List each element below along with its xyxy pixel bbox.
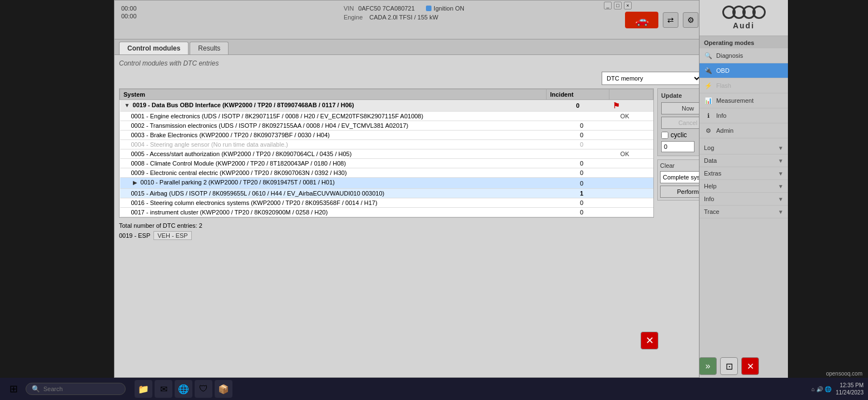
- row-incident-cell: 0: [547, 178, 609, 189]
- skip-button[interactable]: »: [699, 357, 717, 375]
- section-title: Control modules with DTC entries: [119, 59, 721, 67]
- cyclic-label: cyclic: [671, 131, 687, 139]
- transfer-icon[interactable]: ⇄: [663, 12, 678, 28]
- cyclic-checkbox[interactable]: [661, 132, 668, 139]
- table-row[interactable]: ▶ 0010 - Parallel parking 2 (KWP2000 / T…: [120, 178, 653, 189]
- screenshot-button[interactable]: ⊡: [720, 357, 738, 375]
- mode-info-label: Info: [716, 112, 726, 119]
- close-red-button[interactable]: ✕: [741, 357, 759, 375]
- search-bar[interactable]: 🔍: [26, 383, 126, 395]
- collapse-icon[interactable]: ▼: [123, 102, 131, 110]
- table-row[interactable]: 0009 - Electronic central electric (KWP2…: [120, 168, 653, 178]
- extras-dropdown[interactable]: Extras ▼: [700, 167, 788, 180]
- header-left: 00:00 00:00: [117, 3, 339, 37]
- admin-icon: ⚙: [704, 126, 713, 135]
- cyclic-input[interactable]: [661, 141, 695, 152]
- operating-modes-title: Operating modes: [700, 36, 788, 48]
- red-x-area: ✕: [641, 332, 658, 349]
- mode-flash-label: Flash: [716, 82, 731, 89]
- table-row[interactable]: 0016 - Steering column electronics syste…: [120, 198, 653, 208]
- mode-flash[interactable]: ⚡ Flash: [700, 78, 788, 93]
- dtc-table-container[interactable]: System Incident ▼ 0019 - Data Bus OBD In…: [119, 88, 654, 218]
- table-row[interactable]: 0003 - Brake Electronics (KWP2000 / TP20…: [120, 131, 653, 140]
- time-row-1: 00:00: [121, 5, 335, 12]
- help-dropdown[interactable]: Help ▼: [700, 180, 788, 193]
- right-panel: Audi Operating modes 🔍 Diagnosis 🔌 OBD ⚡…: [699, 0, 788, 378]
- car-icon: [625, 12, 658, 28]
- status-row: 0019 - ESP VEH - ESP: [119, 231, 721, 240]
- data-dropdown[interactable]: Data ▼: [700, 154, 788, 167]
- mode-obd-label: OBD: [716, 67, 730, 74]
- row-status-cell: [609, 168, 653, 178]
- table-row[interactable]: 0005 - Access/start authorization (KWP20…: [120, 149, 653, 159]
- audi-logo-area: Audi: [700, 0, 788, 36]
- row-incident-cell: 0: [547, 159, 609, 168]
- windows-start-button[interactable]: ⊞: [4, 380, 22, 398]
- measurement-icon: 📊: [704, 96, 713, 105]
- row-incident-cell: 0: [547, 121, 609, 131]
- row-system-cell: 0008 - Climate Control Module (KWP2000 /…: [120, 159, 547, 168]
- maximize-button[interactable]: □: [614, 2, 622, 9]
- taskbar-mail-icon[interactable]: ✉: [155, 380, 172, 398]
- table-row[interactable]: 0015 - Airbag (UDS / ISOTP / 8K0959655L …: [120, 189, 653, 198]
- help-arrow-icon: ▼: [778, 183, 783, 189]
- taskbar-package-icon[interactable]: 📦: [215, 380, 232, 398]
- expand-icon[interactable]: ▶: [131, 179, 139, 187]
- mode-measurement[interactable]: 📊 Measurement: [700, 93, 788, 108]
- row-status-cell: [609, 131, 653, 140]
- info-mode-icon: ℹ: [704, 111, 713, 120]
- mode-diagnosis[interactable]: 🔍 Diagnosis: [700, 48, 788, 63]
- main-table-area: System Incident ▼ 0019 - Data Bus OBD In…: [119, 88, 721, 218]
- tab-control-modules[interactable]: Control modules: [119, 42, 189, 54]
- table-header: System Incident: [120, 89, 653, 100]
- mode-measurement-label: Measurement: [716, 97, 753, 104]
- info2-dropdown[interactable]: Info ▼: [700, 193, 788, 206]
- close-window-button[interactable]: ×: [624, 2, 632, 9]
- side-panel-content: Operating modes 🔍 Diagnosis 🔌 OBD ⚡ Flas…: [700, 36, 788, 378]
- tab-results[interactable]: Results: [190, 42, 229, 54]
- row-incident-cell: [547, 112, 609, 121]
- taskbar-shield-icon[interactable]: 🛡: [195, 380, 212, 398]
- row-status-cell: [609, 159, 653, 168]
- red-x-button[interactable]: ✕: [641, 332, 658, 349]
- row-status-cell: OK: [609, 149, 653, 159]
- row-incident-cell: 1: [547, 189, 609, 198]
- mode-admin[interactable]: ⚙ Admin: [700, 123, 788, 138]
- audi-logo-text: Audi: [733, 21, 755, 30]
- row-incident-cell: 0: [547, 100, 609, 112]
- log-arrow-icon: ▼: [778, 145, 783, 151]
- ignition-dot: [426, 6, 431, 11]
- table-row[interactable]: 0004 - Steering angle sensor (No run tim…: [120, 140, 653, 149]
- minimize-button[interactable]: _: [604, 2, 612, 9]
- table-row[interactable]: 0017 - instrument cluster (KWP2000 / TP2…: [120, 208, 653, 217]
- trace-label: Trace: [704, 208, 720, 215]
- data-arrow-icon: ▼: [778, 158, 783, 164]
- time-value-2: 00:00: [121, 13, 137, 19]
- table-row[interactable]: 0008 - Climate Control Module (KWP2000 /…: [120, 159, 653, 168]
- taskbar-browser-icon[interactable]: 🌐: [175, 380, 192, 398]
- table-row[interactable]: ▼ 0019 - Data Bus OBD Interface (KWP2000…: [120, 100, 653, 112]
- trace-dropdown[interactable]: Trace ▼: [700, 206, 788, 218]
- log-dropdown[interactable]: Log ▼: [700, 142, 788, 154]
- row-system-cell: 0005 - Access/start authorization (KWP20…: [120, 149, 547, 159]
- ok-label: OK: [621, 151, 629, 157]
- table-header-row: System Incident: [120, 89, 653, 100]
- table-body: ▼ 0019 - Data Bus OBD Interface (KWP2000…: [120, 100, 653, 217]
- vin-label: VIN: [344, 5, 354, 12]
- dtc-memory-dropdown[interactable]: DTC memory All DTCs: [602, 72, 702, 85]
- info2-label: Info: [704, 196, 714, 202]
- table-row[interactable]: 0001 - Engine electronics (UDS / ISOTP /…: [120, 112, 653, 121]
- search-input[interactable]: [43, 386, 116, 392]
- settings-icon[interactable]: ⚙: [683, 12, 698, 28]
- row-status-cell: ⚑: [609, 100, 653, 112]
- mode-info[interactable]: ℹ Info: [700, 108, 788, 123]
- ignition-badge: Ignition ON: [426, 5, 464, 12]
- mode-obd[interactable]: 🔌 OBD: [700, 63, 788, 78]
- table-row[interactable]: 0002 - Transmission electronics (UDS / I…: [120, 121, 653, 131]
- taskbar-folder-icon[interactable]: 📁: [135, 380, 152, 398]
- header-center: VIN 0AFC50 7CA080721 Ignition ON Engine …: [339, 3, 621, 37]
- clock-date: 11/24/2023: [836, 389, 864, 396]
- vin-row: VIN 0AFC50 7CA080721 Ignition ON: [344, 5, 616, 12]
- row-system-cell: 0015 - Airbag (UDS / ISOTP / 8K0959655L …: [120, 189, 547, 198]
- engine-value: CADA 2.0l TFSI / 155 kW: [369, 14, 438, 21]
